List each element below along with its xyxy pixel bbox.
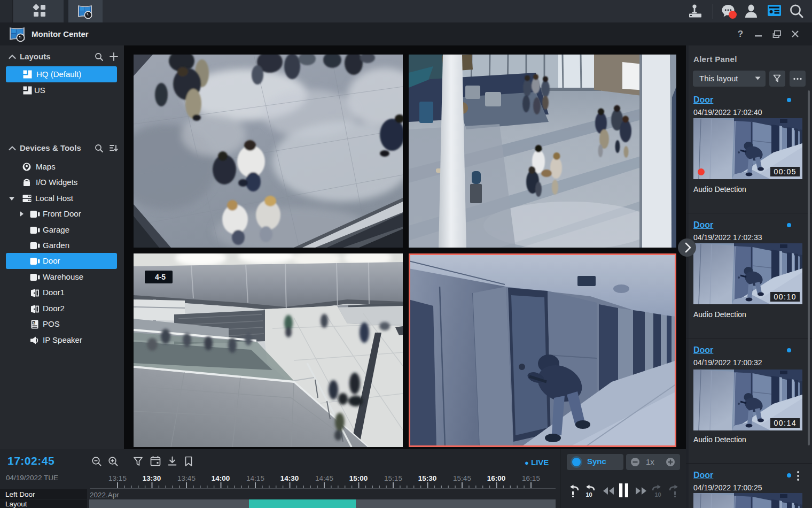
svg-text:10: 10	[585, 491, 592, 497]
svg-text:$: $	[33, 321, 35, 325]
svg-text:4-5: 4-5	[155, 273, 166, 281]
svg-text:10: 10	[654, 491, 661, 497]
